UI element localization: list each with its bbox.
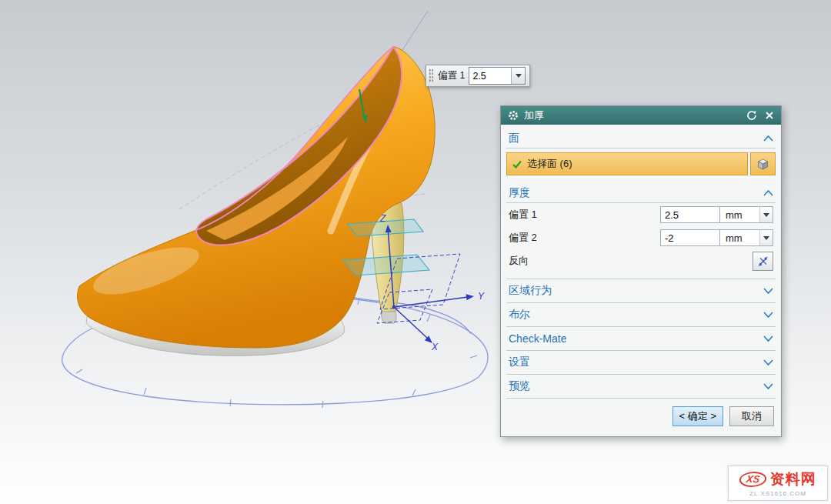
dialog-titlebar[interactable]: 加厚	[501, 106, 781, 125]
axis-label-x: X	[431, 342, 439, 352]
offset-toolbar-combo	[469, 67, 526, 85]
offset1-label: 偏置 1	[509, 208, 660, 222]
reset-icon[interactable]	[745, 109, 758, 122]
section-region-behavior-label: 区域行为	[509, 284, 552, 298]
section-header-region-behavior[interactable]: 区域行为	[506, 279, 776, 303]
section-header-checkmate[interactable]: Check-Mate	[506, 327, 776, 351]
section-preview-label: 预览	[509, 379, 530, 393]
section-header-settings[interactable]: 设置	[506, 351, 776, 375]
watermark-logo: XS	[739, 472, 769, 487]
reverse-row: 反向	[506, 249, 776, 272]
close-icon[interactable]	[763, 109, 776, 122]
watermark-brand: 资料网	[770, 469, 816, 489]
ok-button[interactable]: < 确定 >	[672, 406, 723, 426]
gear-icon	[506, 109, 519, 122]
section-header-boolean[interactable]: 布尔	[506, 303, 776, 327]
offset2-input[interactable]	[660, 229, 720, 246]
offset1-row: 偏置 1 mm	[506, 203, 776, 226]
offset-toolbar-label: 偏置 1	[438, 69, 465, 82]
chevron-down-icon	[763, 213, 769, 217]
offset1-unit-dropdown-button[interactable]	[759, 207, 773, 222]
collapsed-sections: 区域行为 布尔 Check-Mate	[506, 279, 776, 399]
dialog-footer: < 确定 > 取消	[501, 399, 781, 436]
section-thickness-label: 厚度	[509, 186, 530, 200]
offset1-unit-combo[interactable]: mm	[719, 206, 773, 223]
offset2-unit-combo[interactable]: mm	[719, 229, 773, 246]
section-settings-label: 设置	[509, 355, 530, 369]
section-checkmate-label: Check-Mate	[509, 332, 566, 345]
check-icon	[512, 160, 522, 169]
select-face-label: 选择面 (6)	[527, 157, 572, 171]
cancel-button[interactable]: 取消	[729, 406, 774, 426]
section-header-face[interactable]: 面	[506, 129, 776, 149]
offset-toolbar-input[interactable]	[469, 68, 511, 84]
face-filter-button[interactable]	[750, 152, 776, 175]
watermark-url: ZL.XS1616.COM	[749, 490, 806, 497]
offset1-input[interactable]	[660, 206, 720, 223]
toolbar-grip-handle[interactable]	[429, 68, 434, 83]
chevron-down-icon	[763, 288, 773, 294]
application-window: Z Y X 偏置 1 加厚	[0, 0, 831, 504]
axis-label-z: Z	[379, 213, 386, 224]
section-boolean-label: 布尔	[509, 308, 530, 322]
watermark: XS 资料网 ZL.XS1616.COM	[728, 466, 828, 501]
axis-label-y: Y	[478, 291, 485, 302]
section-header-preview[interactable]: 预览	[506, 375, 776, 399]
cube-icon	[756, 158, 769, 171]
offset-toolbar-dropdown-button[interactable]	[511, 68, 525, 84]
dialog-title: 加厚	[524, 108, 544, 122]
chevron-down-icon	[516, 74, 522, 78]
face-selection-row: 选择面 (6)	[506, 152, 776, 175]
chevron-down-icon	[763, 236, 769, 240]
chevron-down-icon	[763, 335, 773, 342]
heel-tip	[382, 312, 396, 323]
thicken-dialog: 加厚 面	[500, 105, 782, 437]
reverse-direction-button[interactable]	[753, 252, 773, 271]
reverse-direction-icon	[757, 255, 769, 267]
section-header-thickness[interactable]: 厚度	[506, 183, 776, 203]
dialog-body: 面 选择面 (6)	[501, 125, 781, 399]
offset2-row: 偏置 2 mm	[506, 226, 776, 249]
offset2-label: 偏置 2	[509, 231, 660, 245]
onscreen-offset-toolbar: 偏置 1	[426, 65, 530, 87]
offset1-unit-label: mm	[720, 207, 759, 222]
chevron-up-icon	[763, 190, 773, 196]
reverse-label: 反向	[509, 254, 753, 268]
select-face-field[interactable]: 选择面 (6)	[506, 152, 748, 175]
chevron-down-icon	[763, 359, 773, 365]
chevron-down-icon	[763, 312, 773, 318]
section-face-label: 面	[509, 132, 519, 145]
chevron-down-icon	[763, 383, 773, 389]
chevron-up-icon	[763, 135, 773, 142]
offset2-unit-dropdown-button[interactable]	[759, 230, 773, 245]
offset2-unit-label: mm	[720, 230, 759, 245]
